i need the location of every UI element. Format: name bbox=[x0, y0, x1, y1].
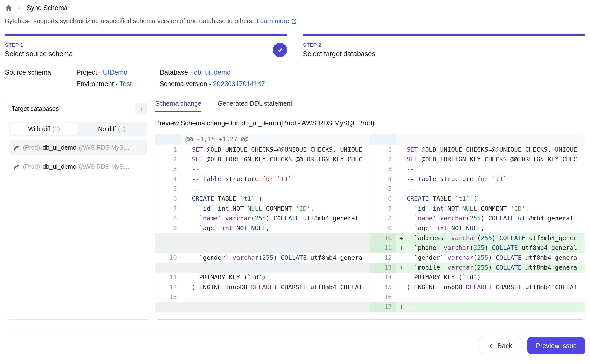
footer-actions: Back Preview issue bbox=[5, 337, 585, 354]
line-number: 6 bbox=[370, 194, 396, 204]
diff-marker bbox=[396, 273, 407, 282]
code-line: -- bbox=[407, 302, 585, 312]
diff-target-line-15: 15) ENGINE=InnoDB DEFAULT CHARSET=utf8mb… bbox=[370, 282, 585, 292]
stepper: STEP 1 Select source schema STEP 2 Selec… bbox=[5, 34, 585, 58]
line-number: 8 bbox=[155, 213, 181, 223]
mysql-dolphin-icon bbox=[13, 163, 20, 170]
diff-marker bbox=[181, 282, 192, 292]
line-number: 9 bbox=[155, 223, 181, 233]
step-1: STEP 1 Select source schema bbox=[5, 34, 287, 58]
line-number: 12 bbox=[155, 282, 181, 292]
diff-marker bbox=[396, 292, 407, 302]
line-number: 15 bbox=[370, 282, 396, 292]
code-line: `name` varchar(255) COLLATE utf8mb4_gene… bbox=[407, 213, 585, 223]
line-number: 1 bbox=[155, 145, 181, 154]
external-link-icon bbox=[291, 18, 297, 24]
code-line: `mobile` varchar(255) COLLATE utf8mb4_ge… bbox=[407, 263, 585, 273]
line-number: 3 bbox=[370, 164, 396, 174]
schema-version-link[interactable]: 20230317014147 bbox=[213, 80, 265, 88]
line-number: 11 bbox=[155, 273, 181, 282]
step-1-progress-bar bbox=[5, 34, 287, 36]
diff-marker bbox=[396, 174, 407, 184]
target-database-item[interactable]: (Prod)db_ui_demo(AWS RDS MyS… bbox=[9, 140, 147, 155]
home-icon[interactable] bbox=[5, 4, 12, 12]
target-databases-title: Target databases bbox=[12, 105, 59, 112]
database-link[interactable]: db_ui_demo bbox=[194, 69, 231, 76]
code-line: CREATE TABLE `t1` ( bbox=[192, 194, 370, 204]
footer-divider bbox=[5, 329, 585, 329]
diff-filter-segmented-control: With diff(2)No diff(1) bbox=[9, 122, 147, 136]
step-1-completed-check-icon bbox=[273, 43, 287, 57]
diff-marker bbox=[181, 194, 192, 204]
target-database-list: (Prod)db_ui_demo(AWS RDS MyS…(Prod)db_ui… bbox=[9, 140, 147, 174]
code-line: `gender` varchar(255) COLLATE utf8mb4_ge… bbox=[192, 253, 370, 263]
db-environment: (Prod) bbox=[23, 144, 40, 151]
diff-original-line-5: 5-- bbox=[155, 184, 370, 194]
diff-target-line-14: 14 PRIMARY KEY (`id`) bbox=[370, 273, 585, 282]
code-line: -- Table structure for `t1` bbox=[192, 174, 370, 184]
diff-marker bbox=[181, 233, 192, 253]
diff-target-line-2: 2SET @OLD_FOREIGN_KEY_CHECKS=@@FOREIGN_K… bbox=[370, 154, 585, 164]
schema-diff-viewer: @@ -1,15 +1,27 @@ 1SET @OLD_UNIQUE_CHECK… bbox=[155, 134, 585, 320]
code-line: SET @OLD_FOREIGN_KEY_CHECKS=@@FOREIGN_KE… bbox=[407, 154, 585, 164]
diff-marker bbox=[181, 273, 192, 282]
diff-pane-original: 1SET @OLD_UNIQUE_CHECKS=@@UNIQUE_CHECKS,… bbox=[155, 145, 370, 319]
code-line bbox=[192, 263, 370, 273]
code-line: ) ENGINE=InnoDB DEFAULT CHARSET=utf8mb4 … bbox=[407, 282, 585, 292]
target-databases-panel: Target databases + With diff(2)No diff(1… bbox=[5, 100, 151, 320]
diff-filter-tab-no-diff[interactable]: No diff(1) bbox=[78, 123, 146, 135]
step-2-label: STEP 2 bbox=[303, 42, 375, 48]
diff-marker: + bbox=[396, 302, 407, 312]
diff-right-code-header bbox=[396, 134, 585, 145]
back-button[interactable]: Back bbox=[479, 337, 521, 354]
step-2-progress-bar bbox=[303, 34, 585, 36]
add-target-database-button[interactable]: + bbox=[135, 103, 147, 115]
diff-marker bbox=[181, 213, 192, 223]
diff-original-line-10: 10 `gender` varchar(255) COLLATE utf8mb4… bbox=[155, 253, 370, 263]
line-number: 8 bbox=[370, 213, 396, 223]
source-schema-label: Source schema bbox=[5, 69, 76, 76]
diff-original-line-8: 8 `name` varchar(255) COLLATE utf8mb4_ge… bbox=[155, 213, 370, 223]
breadcrumb: Sync Schema bbox=[5, 2, 585, 13]
line-number: 2 bbox=[155, 154, 181, 164]
db-instance: (AWS RDS MyS… bbox=[79, 144, 130, 151]
diff-target-line-16: 16 bbox=[370, 292, 585, 302]
line-number: 2 bbox=[370, 154, 396, 164]
code-line bbox=[407, 292, 585, 302]
db-instance: (AWS RDS MyS… bbox=[79, 163, 130, 170]
diff-target-line-11: 11+ `phone` varchar(255) COLLATE utf8mb4… bbox=[370, 243, 585, 253]
diff-marker: + bbox=[396, 263, 407, 273]
code-line bbox=[192, 302, 370, 312]
line-number: 16 bbox=[370, 292, 396, 302]
source-field-project: Project - UIDemo bbox=[76, 69, 160, 76]
diff-marker bbox=[181, 204, 192, 213]
code-line bbox=[192, 233, 370, 253]
code-line: -- bbox=[192, 184, 370, 194]
line-number: 14 bbox=[370, 273, 396, 282]
diff-target-line-17: 17+-- bbox=[370, 302, 585, 312]
line-number: 3 bbox=[155, 164, 181, 174]
target-database-item[interactable]: (Prod)db_ui_demo(AWS RDS MyS… bbox=[9, 159, 147, 174]
code-line: -- bbox=[192, 164, 370, 174]
step-2-title: Select target databases bbox=[303, 50, 375, 58]
step-1-label: STEP 1 bbox=[5, 42, 73, 48]
project-link[interactable]: UIDemo bbox=[103, 69, 127, 76]
tab-generated-ddl-statement[interactable]: Generated DDL statement bbox=[218, 100, 292, 112]
preview-issue-button[interactable]: Preview issue bbox=[527, 337, 585, 354]
diff-filter-tab-with-diff[interactable]: With diff(2) bbox=[10, 123, 78, 135]
environment-link[interactable]: Test bbox=[119, 80, 132, 88]
diff-marker bbox=[396, 145, 407, 154]
diff-original-line-1: 1SET @OLD_UNIQUE_CHECKS=@@UNIQUE_CHECKS,… bbox=[155, 145, 370, 154]
code-line: `id` int NOT NULL COMMENT 'ID', bbox=[407, 204, 585, 213]
diff-original-line-6: 6CREATE TABLE `t1` ( bbox=[155, 194, 370, 204]
code-line: -- bbox=[407, 164, 585, 174]
diff-original-line-2: 2SET @OLD_FOREIGN_KEY_CHECKS=@@FOREIGN_K… bbox=[155, 154, 370, 164]
diff-marker: + bbox=[396, 243, 407, 253]
tab-schema-change[interactable]: Schema change bbox=[155, 100, 201, 112]
diff-left-gutter-header bbox=[155, 134, 181, 145]
line-number: 7 bbox=[370, 204, 396, 213]
learn-more-link[interactable]: Learn more bbox=[257, 17, 297, 25]
diff-target-line-5: 5-- bbox=[370, 184, 585, 194]
line-number: 1 bbox=[370, 145, 396, 154]
step-1-title: Select source schema bbox=[5, 50, 73, 58]
